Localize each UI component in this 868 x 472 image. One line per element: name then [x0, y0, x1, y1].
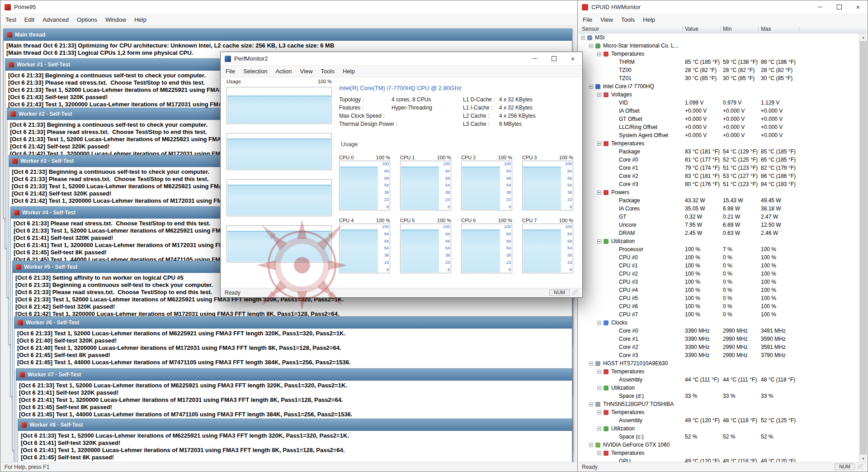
hwmonitor-menu-tools[interactable]: Tools [617, 14, 639, 25]
sensor-row-intel-core-i7-7700hq[interactable]: Intel Core i7 7700HQ [578, 82, 859, 91]
perfmonitor-menu-action[interactable]: Action [271, 66, 296, 76]
sensor-row-thrm[interactable]: THRM85 °C (185 °F)59 °C (138 °F)86 °C (1… [578, 58, 859, 66]
sensor-row-cpu-5[interactable]: CPU #5100 %0 %100 % [578, 294, 859, 302]
resize-grip[interactable] [572, 290, 578, 296]
sensor-row-dram[interactable]: DRAM2.45 W0.63 W2.46 W [578, 229, 859, 237]
tree-expander-icon[interactable] [597, 191, 601, 195]
minimize-button[interactable] [811, 0, 830, 14]
hwmonitor-titlebar[interactable]: CPUID HWMonitor × [578, 0, 868, 14]
sensor-row-space-c[interactable]: Space (c:)52 %52 %52 % [578, 433, 859, 441]
sensor-row-cpu-3[interactable]: CPU #3100 %0 %100 % [578, 278, 859, 286]
sensor-row-assembly[interactable]: Assembly49 °C (120 °F)48 °C (118 °F)52 °… [578, 416, 859, 424]
scroll-down-arrow-icon[interactable]: ▼ [859, 455, 867, 462]
sensor-row-temperatures[interactable]: Temperatures [578, 367, 859, 376]
child-titlebar[interactable]: Worker #6 - Self-Test [14, 317, 572, 329]
sensor-row-core-2[interactable]: Core #283 °C (181 °F)53 °C (127 °F)86 °C… [578, 172, 859, 180]
perfmonitor-menu-selection[interactable]: Selection [239, 66, 271, 76]
sensor-row-assembly[interactable]: Assembly44 °C (111 °F)44 °C (111 °F)48 °… [578, 376, 859, 384]
tree-expander-icon[interactable] [597, 451, 601, 455]
perfmonitor-menu-help[interactable]: Help [339, 66, 359, 76]
perfmonitor-menu-file[interactable]: File [222, 66, 239, 76]
sensor-row-vid[interactable]: VID1.099 V0.979 V1.129 V [578, 99, 859, 107]
sensor-row-core-3[interactable]: Core #33390 MHz2990 MHz3790 MHz [578, 351, 859, 359]
tree-expander-icon[interactable] [597, 239, 601, 243]
sensor-row-package[interactable]: Package43.32 W15.43 W49.45 W [578, 196, 859, 205]
tree-expander-icon[interactable] [589, 44, 593, 48]
maximize-button[interactable] [544, 52, 563, 65]
sensor-row-core-1[interactable]: Core #13390 MHz2990 MHz3590 MHz [578, 335, 859, 343]
scroll-up-arrow-icon[interactable]: ▲ [859, 33, 867, 41]
sensor-row-temperatures[interactable]: Temperatures [578, 449, 859, 457]
sensor-row-gt[interactable]: GT0.32 W0.21 W2.47 W [578, 213, 859, 221]
perfmonitor-menu-view[interactable]: View [296, 66, 317, 76]
tree-expander-icon[interactable] [597, 370, 601, 374]
prime95-menu-test[interactable]: Test [1, 14, 20, 25]
sensor-row-tz00[interactable]: TZ0028 °C (82 °F)28 °C (82 °F)28 °C (82 … [578, 66, 859, 74]
child-titlebar[interactable]: Main thread [4, 29, 572, 41]
sensor-row-cpu-2[interactable]: CPU #2100 %0 %100 % [578, 270, 859, 278]
tree-expander-icon[interactable] [589, 402, 593, 406]
sensor-row-hgst-hts721010a9e630[interactable]: HGST HTS721010A9E630 [578, 359, 859, 367]
sensor-row-package[interactable]: Package83 °C (181 °F)54 °C (129 °F)85 °C… [578, 148, 859, 156]
sensor-row-core-3[interactable]: Core #380 °C (176 °F)51 °C (123 °F)84 °C… [578, 180, 859, 188]
tree-expander-icon[interactable] [589, 85, 593, 89]
sensor-row-cpu-1[interactable]: CPU #1100 %0 %100 % [578, 262, 859, 270]
resize-grip[interactable] [858, 464, 863, 470]
sensor-row-space-d[interactable]: Space (d:)33 %33 %33 % [578, 392, 859, 400]
prime95-titlebar[interactable]: Prime95 [0, 0, 583, 14]
column-min[interactable]: Min [723, 26, 731, 32]
close-button[interactable]: × [849, 0, 868, 14]
sensor-row-nvidia-geforce-gtx-1060[interactable]: NVIDIA GeForce GTX 1060 [578, 441, 859, 449]
sensor-row-utilization[interactable]: Utilization [578, 424, 859, 433]
minimize-button[interactable] [525, 52, 544, 65]
vertical-scrollbar[interactable]: ▲ ▼ [859, 33, 867, 462]
sensor-row-temperatures[interactable]: Temperatures [578, 139, 859, 148]
tree-expander-icon[interactable] [589, 443, 593, 447]
column-max[interactable]: Max [761, 26, 771, 32]
perfmonitor-titlebar[interactable]: PerfMonitor2 × [221, 52, 582, 66]
sensor-row-core-0[interactable]: Core #03390 MHz2990 MHz3491 MHz [578, 327, 859, 335]
tree-expander-icon[interactable] [597, 386, 601, 390]
sensor-row-micro-star-international-co-l[interactable]: Micro-Star International Co. L... [578, 42, 859, 50]
sensor-row-temperatures[interactable]: Temperatures [578, 408, 859, 416]
child-titlebar[interactable]: Worker #8 - Self-Test [18, 419, 572, 431]
sensor-row-gpu[interactable]: GPU49 °C (120 °F)48 °C (118 °F)49 °C (12… [578, 457, 859, 462]
sensor-row-utilization[interactable]: Utilization [578, 237, 859, 245]
sensor-row-gt-offset[interactable]: GT Offset+0.000 V+0.000 V+0.000 V [578, 115, 859, 123]
hwmonitor-menu-help[interactable]: Help [639, 14, 659, 25]
tree-expander-icon[interactable] [597, 321, 601, 325]
tree-expander-icon[interactable] [597, 93, 601, 97]
sensor-row-core-0[interactable]: Core #081 °C (177 °F)52 °C (125 °F)85 °C… [578, 156, 859, 164]
hwmonitor-menu-file[interactable]: File [579, 14, 596, 25]
child-titlebar[interactable]: Worker #7 - Self-Test [16, 369, 572, 381]
prime95-menu-options[interactable]: Options [73, 14, 101, 25]
tree-expander-icon[interactable] [581, 36, 585, 40]
sensor-row-cpu-0[interactable]: CPU #0100 %0 %100 % [578, 253, 859, 262]
prime95-menu-window[interactable]: Window [101, 14, 130, 25]
sensor-row-msi[interactable]: MSI [578, 33, 859, 42]
sensor-row-powers[interactable]: Powers [578, 188, 859, 196]
sensor-row-ia-offset[interactable]: IA Offset+0.000 V+0.000 V+0.000 V [578, 107, 859, 115]
sensor-row-llc-ring-offset[interactable]: LLC/Ring Offset+0.000 V+0.000 V+0.000 V [578, 123, 859, 131]
sensor-row-ia-cores[interactable]: IA Cores35.05 W6.98 W38.18 W [578, 205, 859, 213]
sensor-row-cpu-7[interactable]: CPU #7100 %0 %100 % [578, 310, 859, 319]
sensor-row-utilization[interactable]: Utilization [578, 384, 859, 392]
sensor-row-cpu-6[interactable]: CPU #6100 %0 %100 % [578, 302, 859, 310]
sensor-row-uncore[interactable]: Uncore7.95 W6.69 W12.50 W [578, 221, 859, 229]
sensor-row-core-1[interactable]: Core #179 °C (174 °F)51 °C (123 °F)82 °C… [578, 164, 859, 172]
sensor-row-processor[interactable]: Processor100 %7 %100 % [578, 245, 859, 253]
column-value[interactable]: Value [685, 26, 698, 32]
prime95-child-window-worker-8-self-test[interactable]: Worker #8 - Self-Test[Oct 6 21:33] Test … [18, 419, 572, 462]
hwmonitor-menu-view[interactable]: View [596, 14, 617, 25]
scrollbar-thumb[interactable] [860, 41, 867, 454]
sensor-row-temperatures[interactable]: Temperatures [578, 50, 859, 58]
tree-expander-icon[interactable] [597, 142, 601, 146]
sensor-row-clocks[interactable]: Clocks [578, 319, 859, 327]
tree-expander-icon[interactable] [597, 427, 601, 431]
prime95-menu-edit[interactable]: Edit [20, 14, 38, 25]
maximize-button[interactable] [830, 0, 849, 14]
prime95-menu-help[interactable]: Help [130, 14, 151, 25]
close-button[interactable]: × [563, 52, 582, 65]
perfmonitor-menu-tools[interactable]: Tools [317, 66, 339, 76]
sensor-row-voltages[interactable]: Voltages [578, 91, 859, 99]
